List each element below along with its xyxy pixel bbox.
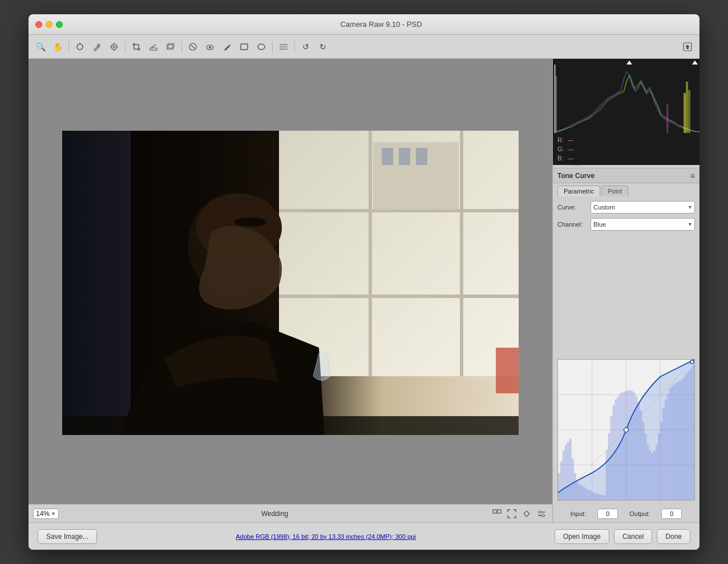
svg-rect-17 xyxy=(241,44,248,50)
zoom-control[interactable]: 14% ▼ xyxy=(33,509,59,519)
svg-line-14 xyxy=(191,45,195,49)
white-balance-tool[interactable] xyxy=(72,39,87,54)
controls-section: Curve: Linear Medium Contrast Strong Con… xyxy=(553,196,699,357)
brush-tool[interactable] xyxy=(220,39,234,54)
svg-rect-47 xyxy=(556,76,557,133)
zoom-tool[interactable]: 🔍 xyxy=(33,39,48,54)
g-value: --- xyxy=(568,146,574,152)
action-buttons: Open Image Cancel Done xyxy=(555,529,690,544)
curve-graph[interactable] xyxy=(557,359,695,501)
red-eye-tool[interactable] xyxy=(203,39,217,54)
toolbar: 🔍 ✋ xyxy=(29,35,699,59)
cancel-button[interactable]: Cancel xyxy=(614,529,652,544)
svg-point-139 xyxy=(624,428,629,432)
hand-tool[interactable]: ✋ xyxy=(50,39,65,54)
zoom-arrow-icon: ▼ xyxy=(51,511,56,517)
close-button[interactable] xyxy=(35,21,42,28)
transform-tool[interactable] xyxy=(163,39,178,54)
overflow-right-icon xyxy=(692,61,698,65)
histogram-section: R: --- G: --- B: --- xyxy=(553,59,699,150)
g-label: G: xyxy=(557,146,565,152)
full-screen-button[interactable] xyxy=(520,507,533,520)
tab-point[interactable]: Point xyxy=(601,186,628,196)
done-button[interactable]: Done xyxy=(657,529,690,544)
separator-5 xyxy=(294,41,295,53)
svg-rect-37 xyxy=(62,416,519,435)
section-menu-icon[interactable]: ≡ xyxy=(690,171,695,180)
channel-select-wrapper: RGB Red Green Blue ▼ xyxy=(591,218,695,231)
fit-screen-button[interactable] xyxy=(505,507,518,520)
svg-line-10 xyxy=(151,45,156,48)
straighten-tool[interactable] xyxy=(146,39,161,54)
bottom-buttons: Save Image... Adobe RGB (1998); 16 bit; … xyxy=(29,522,699,550)
svg-point-43 xyxy=(539,511,541,513)
svg-point-3 xyxy=(111,44,117,50)
b-value: --- xyxy=(568,155,574,162)
maximize-button[interactable] xyxy=(56,21,63,28)
separator-1 xyxy=(68,41,69,53)
image-bottom-bar: 14% ▼ Wedding xyxy=(29,504,552,522)
histogram-svg xyxy=(553,59,699,133)
rectangle-mask-tool[interactable] xyxy=(237,39,252,54)
svg-rect-24 xyxy=(62,131,131,435)
b-value-row: B: --- xyxy=(557,154,695,163)
overflow-top-icon xyxy=(626,61,632,65)
curve-label: Curve: xyxy=(557,204,587,211)
output-value[interactable]: 0 xyxy=(661,509,682,519)
input-label: Input: xyxy=(571,510,587,517)
right-panel: R: --- G: --- B: --- xyxy=(552,59,699,522)
save-image-button[interactable]: Save Image... xyxy=(38,529,97,544)
svg-point-140 xyxy=(690,360,694,364)
export-button[interactable] xyxy=(680,39,695,54)
window-title: Camera Raw 9.10 - PSD xyxy=(70,20,693,29)
open-image-button[interactable]: Open Image xyxy=(555,529,609,544)
redo-button[interactable]: ↻ xyxy=(316,39,330,54)
svg-rect-50 xyxy=(688,90,690,133)
curve-select-wrapper: Linear Medium Contrast Strong Contrast C… xyxy=(591,201,695,213)
titlebar: Camera Raw 9.10 - PSD xyxy=(29,14,699,35)
input-value[interactable]: 0 xyxy=(597,509,618,519)
channel-label: Channel: xyxy=(557,221,587,228)
separator-4 xyxy=(272,41,273,53)
color-sampler-tool[interactable] xyxy=(90,39,104,54)
separator-2 xyxy=(125,41,126,53)
settings-button[interactable] xyxy=(535,507,548,520)
channel-select[interactable]: RGB Red Green Blue xyxy=(591,218,695,231)
svg-rect-40 xyxy=(498,510,501,513)
svg-rect-49 xyxy=(686,82,688,133)
image-area xyxy=(29,59,552,504)
svg-rect-38 xyxy=(496,348,519,393)
svg-point-16 xyxy=(209,46,211,49)
rgb-values: R: --- G: --- B: --- xyxy=(553,133,699,165)
r-value-row: R: --- xyxy=(557,135,695,144)
tab-parametric[interactable]: Parametric xyxy=(557,186,600,196)
svg-rect-33 xyxy=(416,148,427,165)
spot-removal-tool[interactable] xyxy=(185,39,200,54)
tabs-row: Parametric Point xyxy=(553,183,699,196)
filename-label: Wedding xyxy=(59,510,491,518)
curve-select[interactable]: Linear Medium Contrast Strong Contrast C… xyxy=(591,201,695,213)
undo-button[interactable]: ↺ xyxy=(298,39,313,54)
histogram-canvas xyxy=(553,59,699,133)
oval-mask-tool[interactable] xyxy=(254,39,269,54)
targeted-adjustment-tool[interactable] xyxy=(107,39,122,54)
gradient-filter-tool[interactable] xyxy=(276,39,291,54)
file-info[interactable]: Adobe RGB (1998); 16 bit; 20 by 13.33 in… xyxy=(97,533,555,540)
main-content: 14% ▼ Wedding xyxy=(29,59,699,522)
minimize-button[interactable] xyxy=(46,21,52,28)
svg-rect-32 xyxy=(399,148,410,165)
svg-rect-48 xyxy=(683,93,686,133)
channel-control-row: Channel: RGB Red Green Blue ▼ xyxy=(557,218,695,231)
r-label: R: xyxy=(557,136,565,143)
svg-rect-51 xyxy=(666,104,668,133)
section-header: Tone Curve ≡ xyxy=(553,168,699,183)
photo-image xyxy=(62,131,519,435)
grid-overlay-button[interactable] xyxy=(491,507,503,520)
crop-tool[interactable] xyxy=(129,39,144,54)
curve-graph-svg xyxy=(558,360,694,500)
image-panel: 14% ▼ Wedding xyxy=(29,59,552,522)
b-label: B: xyxy=(557,155,565,162)
curve-control-row: Curve: Linear Medium Contrast Strong Con… xyxy=(557,201,695,213)
photo-container xyxy=(62,131,519,437)
section-title: Tone Curve xyxy=(557,172,594,180)
